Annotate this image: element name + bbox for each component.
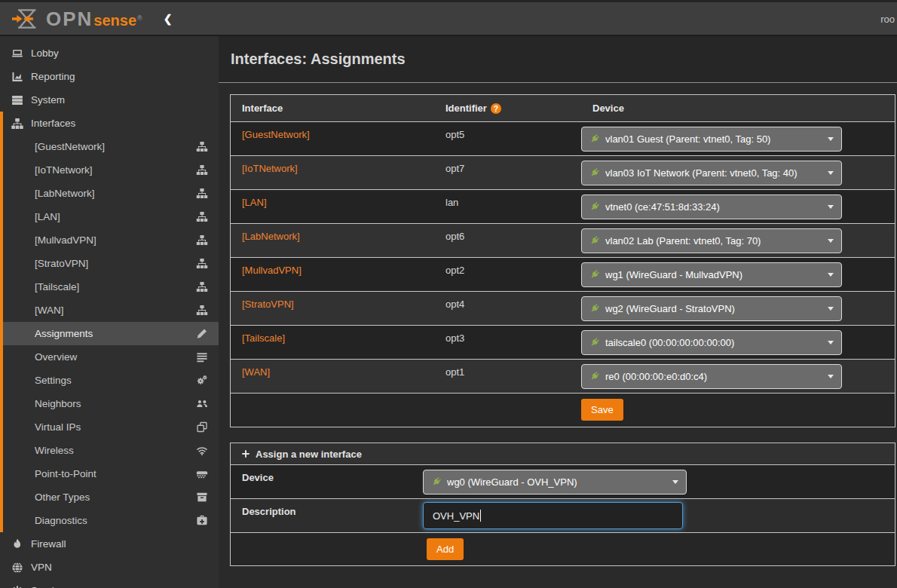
sidebar-item-other-types[interactable]: Other Types <box>0 485 219 509</box>
device-select[interactable]: tailscale0 (00:00:00:00:00:00) <box>581 330 842 355</box>
identifier-value: opt1 <box>434 360 581 378</box>
clone-icon <box>196 421 208 433</box>
help-icon[interactable]: ? <box>491 103 501 114</box>
sidebar-item-tailscale[interactable]: [Tailscale] <box>0 275 219 299</box>
device-select[interactable]: vlan02 Lab (Parent: vtnet0, Tag: 70) <box>581 228 842 253</box>
sidebar-item-label: Firewall <box>31 538 66 550</box>
column-header-device: Device <box>581 103 895 114</box>
sidebar-item-mullvadvpn[interactable]: [MullvadVPN] <box>0 228 219 252</box>
interface-link[interactable]: [WAN] <box>242 366 270 378</box>
cogs-icon <box>196 375 208 386</box>
column-header-identifier: Identifier ? <box>434 103 581 114</box>
interface-link[interactable]: [IoTNetwork] <box>242 163 298 174</box>
device-select-value: tailscale0 (00:00:00:00:00:00) <box>605 337 734 348</box>
sidebar-item-reporting[interactable]: Reporting <box>0 65 219 88</box>
sidebar-item-wan[interactable]: [WAN] <box>0 299 219 322</box>
interface-link[interactable]: [LabNetwork] <box>242 231 300 242</box>
sidebar-item-system[interactable]: System <box>0 88 219 112</box>
sidebar-item-label: System <box>31 94 65 106</box>
page-header: Interfaces: Assignments <box>219 36 897 83</box>
sitemap-icon <box>196 211 208 222</box>
device-select[interactable]: wg2 (WireGuard - StratoVPN) <box>581 296 842 321</box>
identifier-value: opt3 <box>434 326 581 344</box>
navbar-username[interactable]: roo <box>880 13 895 24</box>
sidebar-item-firewall[interactable]: Firewall <box>0 532 219 556</box>
device-select[interactable]: vtnet0 (ce:47:51:8d:33:24) <box>581 194 842 219</box>
sidebar-item-label: Lobby <box>31 47 59 59</box>
sitemap-icon <box>196 141 208 152</box>
identifier-value: opt5 <box>434 122 581 140</box>
interface-link[interactable]: [LAN] <box>242 197 267 208</box>
sidebar-item-labnetwork[interactable]: [LabNetwork] <box>0 182 219 205</box>
device-select[interactable]: vlan01 Guest (Parent: vtnet0, Tag: 50) <box>581 127 842 152</box>
column-header-interface: Interface <box>231 103 434 114</box>
caret-down-icon <box>828 205 834 209</box>
device-select-value: vlan02 Lab (Parent: vtnet0, Tag: 70) <box>605 235 761 247</box>
device-select-value: wg1 (WireGuard - MullvadVPN) <box>605 269 742 280</box>
laptop-icon <box>11 47 24 60</box>
sidebar-item-stratovpn[interactable]: [StratoVPN] <box>0 252 219 275</box>
brand-suffix: sense <box>93 13 136 28</box>
sidebar-item-label: Interfaces <box>31 118 75 129</box>
device-select-value: vlan03 IoT Network (Parent: vtnet0, Tag:… <box>605 167 798 179</box>
sidebar-collapse-icon[interactable]: ❮ <box>164 14 173 24</box>
add-button[interactable]: Add <box>427 538 464 560</box>
table-row: [WAN] opt1 re0 (00:00:00:e0:d0:c4) <box>231 359 895 393</box>
sidebar-section-interfaces: Interfaces [GuestNetwork] [IoTNetwork] [… <box>0 112 219 532</box>
main-content: Interfaces: Assignments Interface Identi… <box>219 36 897 588</box>
brand-text: OPNsense® <box>46 9 142 29</box>
sidebar-item-diagnostics[interactable]: Diagnostics <box>0 509 219 532</box>
sidebar-item-guestnetwork[interactable]: [GuestNetwork] <box>0 135 219 158</box>
interface-link[interactable]: [MullvadVPN] <box>242 265 302 276</box>
sidebar-item-assignments[interactable]: Assignments <box>0 322 219 345</box>
sidebar-item-lan[interactable]: [LAN] <box>0 205 219 228</box>
interface-link[interactable]: [StratoVPN] <box>242 299 294 310</box>
new-device-select[interactable]: wg0 (WireGuard - OVH_VPN) <box>423 470 687 495</box>
device-select[interactable]: wg1 (WireGuard - MullvadVPN) <box>581 262 842 287</box>
sidebar-item-neighbors[interactable]: Neighbors <box>0 392 219 415</box>
fire-icon <box>11 538 24 550</box>
sidebar-item-settings[interactable]: Settings <box>0 369 219 392</box>
sitemap-icon <box>196 164 208 176</box>
medkit-icon <box>196 515 208 526</box>
sidebar-item-lobby[interactable]: Lobby <box>0 41 219 65</box>
assignments-table: Interface Identifier ? Device [GuestNetw… <box>230 94 895 427</box>
device-select[interactable]: vlan03 IoT Network (Parent: vtnet0, Tag:… <box>581 161 842 185</box>
plug-icon <box>589 235 600 246</box>
plug-icon <box>589 371 600 381</box>
sidebar-item-point-to-point[interactable]: Point-to-Point <box>0 462 219 485</box>
interface-link[interactable]: [GuestNetwork] <box>242 129 310 140</box>
interface-link[interactable]: [Tailscale] <box>242 332 285 344</box>
description-input-value: OVH_VPN <box>433 510 479 522</box>
identifier-value: opt7 <box>434 156 581 174</box>
archive-icon <box>196 492 208 503</box>
sidebar-item-services[interactable]: Services <box>0 579 219 588</box>
sidebar-item-virtual-ips[interactable]: Virtual IPs <box>0 415 219 439</box>
caret-down-icon <box>828 137 834 141</box>
sidebar-item-overview[interactable]: Overview <box>0 345 219 369</box>
sidebar-item-vpn[interactable]: VPN <box>0 556 219 579</box>
device-select-value: vlan01 Guest (Parent: vtnet0, Tag: 50) <box>605 133 770 145</box>
registered-mark: ® <box>137 14 142 22</box>
save-button[interactable]: Save <box>581 399 623 421</box>
assign-panel-header: Assign a new interface <box>231 443 895 464</box>
assign-new-interface-panel: Assign a new interface Device wg0 (WireG… <box>230 443 895 566</box>
caret-down-icon <box>672 480 678 484</box>
caret-down-icon <box>828 375 834 378</box>
sidebar-item-label: VPN <box>31 562 52 573</box>
caret-down-icon <box>828 307 834 311</box>
opnsense-logo[interactable]: OPNsense® <box>0 7 142 31</box>
identifier-value: opt6 <box>434 224 581 242</box>
description-input[interactable]: OVH_VPN <box>423 502 683 529</box>
plug-icon <box>589 303 600 314</box>
sidebar-item-iotnetwork[interactable]: [IoTNetwork] <box>0 158 219 182</box>
plug-icon <box>589 337 600 348</box>
table-row: [MullvadVPN] opt2 wg1 (WireGuard - Mullv… <box>231 257 895 291</box>
pencil-icon <box>196 328 208 339</box>
caret-down-icon <box>828 273 834 277</box>
sidebar-item-interfaces[interactable]: Interfaces <box>0 112 219 135</box>
device-select[interactable]: re0 (00:00:00:e0:d0:c4) <box>581 364 842 389</box>
sidebar-item-wireless[interactable]: Wireless <box>0 439 219 462</box>
sidebar-item-label: Reporting <box>31 71 75 82</box>
plug-icon <box>589 133 600 144</box>
